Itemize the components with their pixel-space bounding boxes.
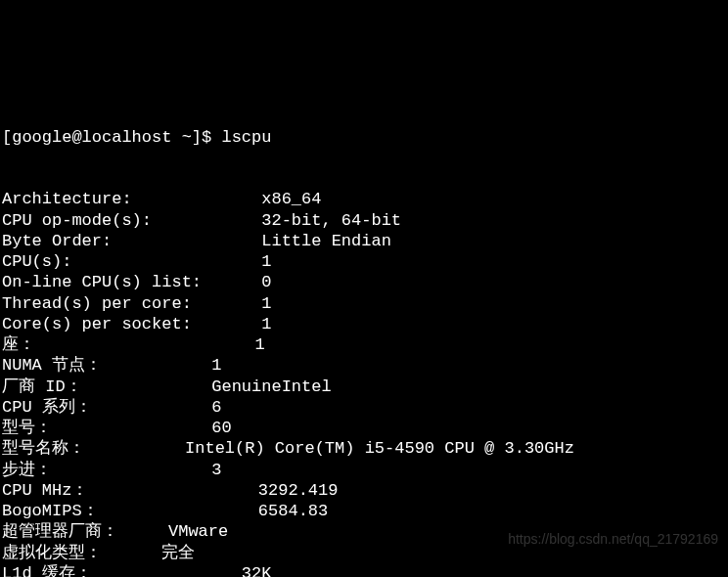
field-value: 6 (211, 398, 221, 417)
field-label: 步进： (2, 461, 52, 479)
field-value: Intel(R) Core(TM) i5-4590 CPU @ 3.30GHz (185, 439, 574, 458)
field-value: Little Endian (261, 232, 391, 250)
output-row: 步进： 3 (2, 460, 726, 480)
field-label: Thread(s) per core: (2, 294, 192, 313)
output-row: Thread(s) per core: 1 (2, 293, 726, 314)
field-label: 虚拟化类型： (2, 544, 102, 562)
output-row: L1d 缓存： 32K (2, 563, 726, 577)
shell-prompt: [google@localhost ~]$ (2, 128, 221, 147)
terminal-output: [google@localhost ~]$ lscpu Architecture… (2, 85, 726, 577)
output-row: CPU MHz： 3292.419 (2, 480, 726, 501)
field-value: 0 (261, 273, 271, 291)
output-row: On-line CPU(s) list: 0 (2, 272, 726, 292)
output-row: 型号名称： Intel(R) Core(TM) i5-4590 CPU @ 3.… (2, 438, 726, 459)
field-label: CPU MHz： (2, 481, 88, 500)
field-label: 型号名称： (2, 439, 85, 458)
output-row: CPU 系列： 6 (2, 397, 726, 418)
field-value: 32K (242, 564, 272, 577)
field-value: 32-bit, 64-bit (261, 211, 401, 230)
field-value: 完全 (161, 544, 195, 562)
output-row: CPU op-mode(s): 32-bit, 64-bit (2, 210, 726, 231)
field-value: 1 (254, 335, 264, 354)
field-value: 3 (211, 461, 221, 479)
field-label: Core(s) per socket: (2, 315, 192, 333)
prompt-line[interactable]: [google@localhost ~]$ lscpu (2, 127, 726, 148)
field-value: 1 (261, 252, 271, 271)
field-value: GenuineIntel (211, 377, 331, 396)
field-label: Byte Order: (2, 232, 112, 250)
field-label: NUMA 节点： (2, 356, 102, 375)
output-row: 型号： 60 (2, 418, 726, 438)
field-label: L1d 缓存： (2, 564, 92, 577)
command-text: lscpu (221, 128, 271, 147)
output-row: Byte Order: Little Endian (2, 231, 726, 251)
field-value: 3292.419 (258, 481, 339, 500)
output-row: Architecture: x86_64 (2, 189, 726, 209)
field-label: BogoMIPS： (2, 502, 99, 520)
field-label: CPU 系列： (2, 398, 92, 417)
field-label: 座： (2, 335, 35, 354)
field-label: On-line CPU(s) list: (2, 273, 202, 291)
field-label: CPU(s): (2, 252, 71, 271)
field-value: x86_64 (261, 190, 321, 208)
field-label: 超管理器厂商： (2, 522, 118, 541)
output-row: 座： 1 (2, 334, 726, 355)
field-label: 厂商 ID： (2, 377, 82, 396)
field-label: 型号： (2, 419, 52, 437)
output-row: CPU(s): 1 (2, 251, 726, 272)
field-value: 1 (261, 315, 271, 333)
field-value: 1 (261, 294, 271, 313)
field-label: CPU op-mode(s): (2, 211, 152, 230)
lscpu-output: Architecture: x86_64CPU op-mode(s): 32-b… (2, 189, 726, 577)
output-row: Core(s) per socket: 1 (2, 314, 726, 334)
output-row: 厂商 ID： GenuineIntel (2, 377, 726, 397)
field-value: 1 (211, 356, 221, 375)
field-value: 6584.83 (258, 502, 328, 520)
field-value: VMware (168, 522, 228, 541)
field-label: Architecture: (2, 190, 132, 208)
output-row: BogoMIPS： 6584.83 (2, 501, 726, 521)
watermark-text: https://blog.csdn.net/qq_21792169 (508, 531, 718, 549)
field-value: 60 (211, 419, 231, 437)
output-row: NUMA 节点： 1 (2, 355, 726, 376)
